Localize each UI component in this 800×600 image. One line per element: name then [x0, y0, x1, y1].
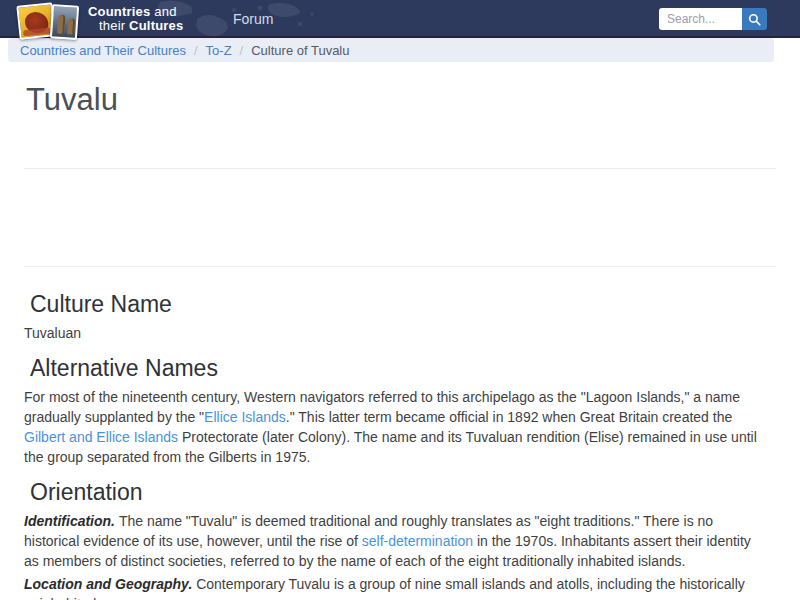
paragraph-lead-in: Location and Geography. [24, 576, 196, 592]
section-heading: Orientation [24, 479, 776, 505]
site-title: Countries and their Cultures [88, 5, 183, 33]
paragraph-lead-in: Identification. [24, 513, 119, 529]
paragraph: For most of the nineteenth century, West… [24, 387, 762, 467]
breadcrumb-current-page: Culture of Tuvalu [251, 43, 349, 58]
divider-bottom [24, 266, 776, 267]
search-input[interactable] [659, 8, 742, 30]
search-form [659, 8, 767, 30]
paragraph-text: Tuvaluan [24, 325, 81, 341]
inline-link[interactable]: self-determination [362, 533, 473, 549]
logo-photo-moai [50, 4, 79, 40]
section-heading: Culture Name [24, 291, 776, 317]
page-title: Tuvalu [24, 82, 776, 118]
paragraph-text: ." This latter term became official in 1… [286, 409, 732, 425]
breadcrumb-toz-link[interactable]: To-Z [206, 43, 232, 58]
ad-placeholder [24, 168, 776, 267]
inline-link[interactable]: Gilbert and Ellice Islands [24, 429, 178, 445]
search-button[interactable] [742, 8, 767, 30]
nav-forum-link[interactable]: Forum [233, 11, 273, 27]
brand-word-countries: Countries [88, 4, 150, 19]
breadcrumb-separator: / [240, 43, 244, 58]
article: Tuvalu Culture NameTuvaluanAlternative N… [0, 82, 800, 600]
brand-word-cultures: Cultures [129, 18, 183, 33]
article-sections: Culture NameTuvaluanAlternative NamesFor… [24, 291, 776, 600]
breadcrumb-home-link[interactable]: Countries and Their Cultures [20, 43, 186, 58]
paragraph: Identification. The name "Tuvalu" is dee… [24, 511, 762, 571]
paragraph: Tuvaluan [24, 323, 762, 343]
inline-link[interactable]: Ellice Islands [204, 409, 286, 425]
breadcrumb-separator: / [194, 43, 198, 58]
logo-photos [18, 2, 82, 44]
paragraph: Location and Geography. Contemporary Tuv… [24, 574, 762, 600]
section-heading: Alternative Names [24, 355, 776, 381]
search-icon [748, 13, 761, 26]
top-navbar: Countries and their Cultures Forum [0, 0, 800, 38]
